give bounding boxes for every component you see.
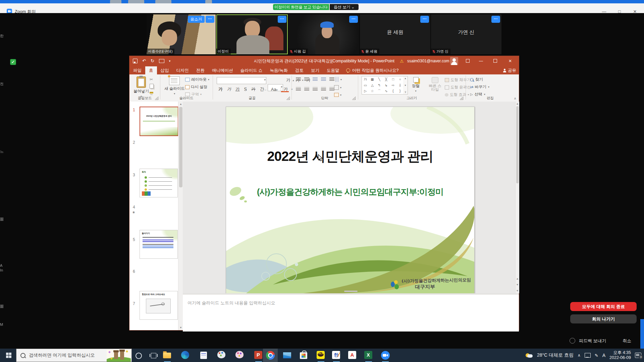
format-painter-icon[interactable] [150,92,153,94]
notes-placeholder[interactable]: 여기에 슬라이드 노트의 내용을 입력하십시오 [187,300,275,306]
previous-slide-icon[interactable]: ▲ [516,277,519,280]
shape-icon[interactable]: ↰ [376,82,383,88]
file-explorer-icon[interactable] [163,351,172,360]
strikethrough-button[interactable]: 가 [250,86,257,92]
kakaotalk-icon[interactable]: TALK [317,351,325,360]
text-shadow-button[interactable]: S [243,87,248,92]
notes-pane[interactable]: 여기에 슬라이드 노트의 내용을 입력하십시오 [183,293,519,331]
shape-outline-button[interactable]: 도형 윤곽선 ▾ [445,85,474,90]
weather-text[interactable]: 28°C 대체로 흐림 [537,352,574,358]
align-left-icon[interactable] [296,87,301,91]
tab-animations[interactable]: 애니메이션 [208,66,237,74]
shape-icon[interactable]: ∿ [383,88,390,94]
edge-browser-icon[interactable] [181,351,190,360]
more-options-button[interactable]: ··· [420,16,429,23]
reset-button[interactable]: 다시 설정 [185,84,207,89]
shape-icon[interactable]: ⇨ [390,82,397,88]
increase-indent-icon[interactable] [321,77,326,81]
cortana-icon[interactable] [136,353,142,359]
participant-tile[interactable]: 음소거 ··· 서종수(대구대) [147,14,216,54]
start-button[interactable] [3,349,15,362]
account-avatar[interactable] [450,57,458,65]
paste-button[interactable]: 붙여넣기 ▾ [133,76,149,98]
tab-transitions[interactable]: 전환 [193,66,208,74]
cut-icon[interactable]: ✂ [150,77,153,82]
shape-icon[interactable]: { [390,88,397,94]
ppt-minimize-button[interactable]: — [474,56,488,66]
mute-button[interactable]: 음소거 [188,16,205,23]
search-highlight-decoration[interactable] [107,350,131,362]
warning-icon[interactable]: ⚠ [400,59,404,64]
scroll-up-icon[interactable]: ▲ [516,102,519,105]
tab-view[interactable]: 보기 [307,66,323,74]
paragraph-dialog-launcher[interactable] [352,97,356,100]
shape-icon[interactable]: □ [390,76,397,82]
shape-icon[interactable]: ○ [396,76,404,82]
grow-font-button[interactable]: 가▴ [285,77,294,83]
find-button[interactable]: 찾기 [470,77,483,82]
tab-help[interactable]: 도움말 [323,66,343,74]
font-dialog-launcher[interactable] [286,97,290,100]
shape-icon[interactable]: } [396,88,404,94]
tab-home[interactable]: 홈 [145,66,157,74]
tab-insert[interactable]: 삽입 [157,66,173,74]
shape-icon[interactable]: 가 [362,76,369,82]
italic-button[interactable]: 가 [226,86,232,92]
font-color-button[interactable]: 가 [281,86,289,92]
text-direction-button[interactable]: ▾ [334,77,342,81]
tab-file[interactable]: 파일 [129,66,145,74]
mail-icon[interactable] [283,351,292,360]
microsoft-store-icon[interactable] [300,351,309,360]
justify-icon[interactable] [321,87,326,91]
weather-icon[interactable] [526,353,533,358]
shapes-gallery-scroll[interactable]: ▲▼⊽ [403,76,408,95]
align-right-icon[interactable] [313,87,318,91]
scrollbar-thumb[interactable] [179,107,182,187]
tell-me-box[interactable]: 어떤 작업을 원하시나요? [343,66,402,74]
copy-icon[interactable] [150,84,154,88]
slide-thumbnail-selected[interactable]: 2022년 시민단체운영과 관리 [140,107,178,136]
share-button[interactable]: 공유 [503,66,516,74]
shapes-gallery[interactable]: 가 ▦ ╲ ╳ □ ○ ▭ △ ↰ ↳ ⇨ ⇩ ▷ ☆ ⌒ ∿ { } [362,76,404,95]
shape-icon[interactable]: ╳ [383,76,390,82]
change-case-button[interactable]: Aa▾ [270,87,278,92]
cancel-link[interactable]: 취소 [623,338,631,344]
ime-indicator[interactable]: A [602,353,605,358]
view-options-button[interactable]: 옵션 보기 ⌄ [330,4,359,10]
horizontal-scroll-thumb[interactable] [344,291,358,292]
save-icon[interactable] [133,59,138,63]
ppt-close-button[interactable]: ✕ [503,56,517,66]
new-slide-button[interactable]: 새 슬라이드 ▾ [164,76,185,95]
thumbnail-scrollbar[interactable]: ▲ ▼ [178,102,183,330]
shape-icon[interactable]: ▷ [362,88,369,94]
ppt-restore-button[interactable] [488,56,502,66]
powerpoint-icon[interactable]: P [254,351,263,360]
acrobat-icon[interactable]: A [348,351,357,360]
more-options-button[interactable]: ··· [206,16,214,23]
art-app-icon[interactable] [235,351,244,360]
slide-title[interactable]: 2022년 시민단체운영과 관리 [226,147,474,166]
scrollbar-thumb[interactable] [516,106,519,183]
slide-thumbnail[interactable]: 들어가기 [140,230,178,259]
shape-icon[interactable]: ☆ [369,88,376,94]
end-meeting-for-all-button[interactable]: 모두에 대해 회의 종료 [570,302,637,311]
scroll-down-icon[interactable]: ▼ [178,326,183,329]
slide-editor[interactable]: 2022년 시민단체운영과 관리 (사)가정을건강하게하는 시민의모임대구지부:… [226,107,475,294]
character-spacing-button[interactable]: 간↔ [259,86,268,92]
slideshow-icon[interactable] [159,59,164,63]
align-text-button[interactable]: ▾ [334,85,341,90]
line-spacing-icon[interactable] [329,77,334,81]
tab-slideshow[interactable]: 슬라이드 쇼 [237,66,266,74]
participant-tile[interactable]: ··· 시원 김 [288,14,359,54]
network-display-icon[interactable] [585,353,591,358]
leave-meeting-button[interactable]: 회의 나가기 [570,314,637,323]
shape-icon[interactable]: ↳ [383,82,390,88]
shape-icon[interactable]: ⇩ [396,82,404,88]
collapse-ribbon-icon[interactable]: ∧ [514,97,516,100]
pen-icon[interactable]: ✎ [595,353,598,358]
drawing-dialog-launcher[interactable] [460,97,463,100]
columns-icon[interactable] [329,87,334,91]
taskbar-search-box[interactable]: 검색하려면 여기에 입력하십시오 [16,349,132,362]
paint3d-icon[interactable] [217,351,226,360]
participant-tile[interactable]: 윤 세원 ··· 윤 세원 [360,14,430,54]
